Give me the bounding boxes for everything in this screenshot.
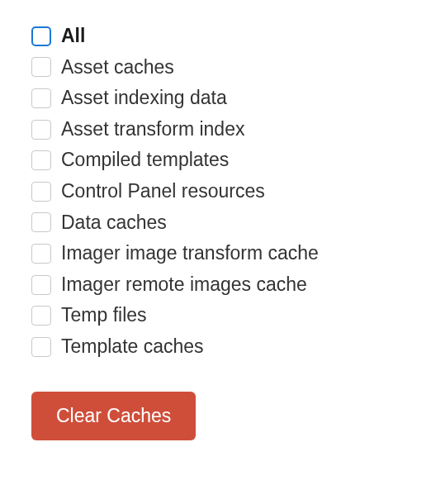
cache-option-asset-transform-index: Asset transform index [31,118,400,141]
cache-option-asset-caches: Asset caches [31,56,400,79]
cache-option-all: All [31,25,400,48]
checkbox-asset-transform-index[interactable] [31,120,51,140]
cache-option-imager-image-transform-cache: Imager image transform cache [31,242,400,265]
cache-option-control-panel-resources: Control Panel resources [31,180,400,203]
checkbox-label[interactable]: Template caches [61,335,204,359]
checkbox-imager-image-transform-cache[interactable] [31,244,51,264]
cache-option-template-caches: Template caches [31,335,400,359]
checkbox-template-caches[interactable] [31,337,51,357]
cache-option-temp-files: Temp files [31,304,400,327]
checkbox-label[interactable]: Asset indexing data [61,87,227,110]
checkbox-all[interactable] [31,26,51,46]
checkbox-label[interactable]: Compiled templates [61,149,229,172]
checkbox-label[interactable]: Asset caches [61,56,174,79]
cache-option-compiled-templates: Compiled templates [31,149,400,172]
cache-option-imager-remote-images-cache: Imager remote images cache [31,273,400,297]
checkbox-label[interactable]: Imager remote images cache [61,273,307,297]
checkbox-asset-indexing-data[interactable] [31,88,51,108]
cache-option-asset-indexing-data: Asset indexing data [31,87,400,110]
checkbox-imager-remote-images-cache[interactable] [31,275,51,295]
checkbox-label[interactable]: Control Panel resources [61,180,265,203]
checkbox-temp-files[interactable] [31,306,51,326]
checkbox-asset-caches[interactable] [31,57,51,77]
checkbox-label[interactable]: Temp files [61,304,147,327]
checkbox-data-caches[interactable] [31,212,51,232]
clear-caches-button[interactable]: Clear Caches [31,392,196,440]
cache-option-data-caches: Data caches [31,212,400,235]
checkbox-label[interactable]: Data caches [61,212,167,235]
checkbox-label[interactable]: Asset transform index [61,118,244,141]
checkbox-label-all[interactable]: All [61,25,85,48]
cache-checkbox-list: All Asset caches Asset indexing data Ass… [31,25,400,359]
checkbox-control-panel-resources[interactable] [31,182,51,202]
checkbox-compiled-templates[interactable] [31,150,51,170]
checkbox-label[interactable]: Imager image transform cache [61,242,319,265]
